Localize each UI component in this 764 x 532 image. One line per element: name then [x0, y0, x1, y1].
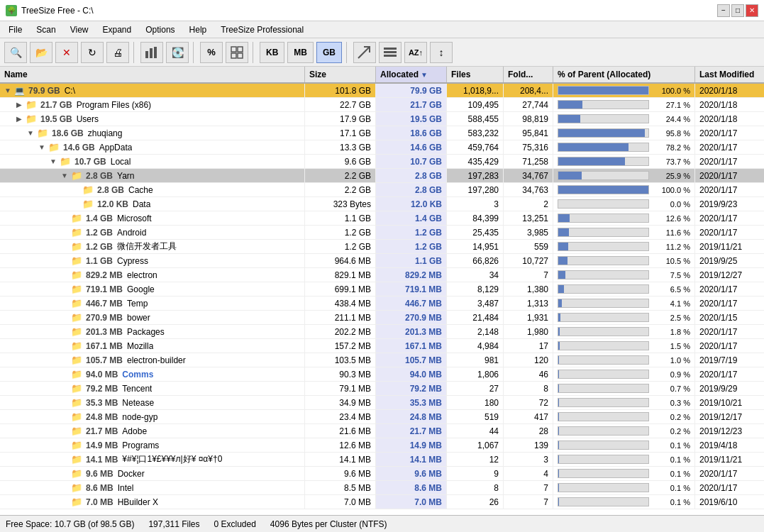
expand-collapse-button[interactable] [60, 341, 70, 351]
menu-view[interactable]: View [65, 23, 94, 36]
expand-collapse-button[interactable] [60, 214, 70, 223]
percent-cell: 12.6 % [553, 211, 695, 225]
table-row[interactable]: 📁9.6 MBDocker9.6 MB9.6 MB940.1 %2020/1/1… [0, 467, 764, 481]
file-tree[interactable]: ▼💻79.9 GBC:\101.8 GB79.9 GB1,018,9...208… [0, 84, 764, 515]
expand-collapse-button[interactable] [60, 355, 70, 365]
table-row[interactable]: 📁719.1 MBGoogle699.1 MB719.1 MB8,1291,38… [0, 282, 764, 297]
files-cell: 26 [447, 495, 504, 509]
table-row[interactable]: 📁79.2 MBTencent79.1 MB79.2 MB2780.7 %201… [0, 382, 764, 396]
expand-collapse-button[interactable] [60, 284, 70, 294]
expand-collapse-button[interactable]: ▶ [14, 100, 24, 110]
table-row[interactable]: ▼📁2.8 GBYarn2.2 GB2.8 GB197,28334,76725.… [0, 169, 764, 183]
col-files[interactable]: Files [447, 67, 504, 82]
refresh-button[interactable]: ↻ [81, 42, 104, 63]
grid-button[interactable] [226, 42, 248, 63]
table-row[interactable]: 📁1.4 GBMicrosoft1.1 GB1.4 GB84,39913,251… [0, 211, 764, 226]
table-row[interactable]: ▼📁18.6 GBzhuqiang17.1 GB18.6 GB583,23295… [0, 126, 764, 140]
gb-button[interactable]: GB [316, 42, 342, 63]
expand-collapse-button[interactable] [60, 256, 70, 266]
expand-collapse-button[interactable]: ▼ [37, 143, 47, 153]
close-button[interactable]: ✕ [746, 4, 758, 17]
menu-help[interactable]: Help [184, 23, 213, 36]
name-cell: 📁829.2 MBelectron [0, 268, 305, 282]
expand-collapse-button[interactable] [60, 426, 70, 436]
table-row[interactable]: 📁35.3 MBNetease34.9 MB35.3 MB180720.3 %2… [0, 396, 764, 410]
expand-collapse-button[interactable] [60, 398, 70, 408]
grid2-button[interactable] [379, 42, 402, 63]
expand-collapse-button[interactable]: ▼ [48, 157, 58, 167]
expand-collapse-button[interactable] [60, 270, 70, 280]
table-row[interactable]: 📁2.8 GBCache2.2 GB2.8 GB197,28034,763100… [0, 183, 764, 197]
table-row[interactable]: 📁24.8 MBnode-gyp23.4 MB24.8 MB5194170.2 … [0, 410, 764, 424]
expand-collapse-button[interactable] [60, 483, 70, 493]
expand-collapse-button[interactable] [60, 228, 70, 238]
expand-collapse-button[interactable] [71, 199, 81, 209]
col-percent[interactable]: % of Parent (Allocated) [553, 67, 695, 82]
table-row[interactable]: 📁167.1 MBMozilla157.2 MB167.1 MB4,984171… [0, 339, 764, 353]
table-row[interactable]: 📁1.1 GBCypress964.6 MB1.1 GB66,82610,727… [0, 254, 764, 268]
col-allocated[interactable]: Allocated ▼ [376, 67, 447, 82]
table-row[interactable]: 📁105.7 MBelectron-builder103.5 MB105.7 M… [0, 353, 764, 367]
table-row[interactable]: 📁14.9 MBPrograms12.6 MB14.9 MB1,0671390.… [0, 438, 764, 453]
table-row[interactable]: ▼📁14.6 GBAppData13.3 GB14.6 GB459,76475,… [0, 140, 764, 155]
expand-collapse-button[interactable] [60, 497, 70, 507]
bar-view-button[interactable] [140, 42, 163, 63]
percent-button[interactable]: % [200, 42, 223, 63]
kb-button[interactable]: KB [260, 42, 284, 63]
scan-button[interactable]: 🔍 [4, 42, 27, 63]
mb-button[interactable]: MB [287, 42, 314, 63]
menu-file[interactable]: File [3, 23, 28, 36]
expand-collapse-button[interactable]: ▼ [3, 86, 13, 96]
expand-collapse-button[interactable] [60, 370, 70, 379]
table-row[interactable]: 📁1.2 GB微信开发者工具1.2 GB1.2 GB14,95155911.2 … [0, 240, 764, 254]
expand-collapse-button[interactable] [60, 384, 70, 394]
table-row[interactable]: 📁446.7 MBTemp438.4 MB446.7 MB3,4871,3134… [0, 297, 764, 311]
table-row[interactable]: 📁270.9 MBbower211.1 MB270.9 MB21,4841,93… [0, 311, 764, 325]
col-folders[interactable]: Fold... [504, 67, 553, 82]
table-row[interactable]: 📁1.2 GBAndroid1.2 GB1.2 GB25,4353,98511.… [0, 226, 764, 240]
minimize-button[interactable]: − [717, 4, 730, 17]
drive-scan-button[interactable]: 💽 [166, 42, 189, 63]
expand-collapse-button[interactable] [60, 242, 70, 252]
table-row[interactable]: 📁201.3 MBPackages202.2 MB201.3 MB2,1481,… [0, 325, 764, 339]
expand-collapse-button[interactable] [60, 327, 70, 337]
expand-collapse-button[interactable] [71, 185, 81, 195]
table-row[interactable]: ▼💻79.9 GBC:\101.8 GB79.9 GB1,018,9...208… [0, 84, 764, 98]
stop-button[interactable]: ✕ [55, 42, 78, 63]
menu-professional[interactable]: TreeSize Professional [215, 23, 309, 36]
table-row[interactable]: 📁14.1 MB¥#¥¦口1¥£¥¥¥л|好¥ ¤α¥†014.1 MB14.1… [0, 453, 764, 467]
window-controls[interactable]: − □ ✕ [717, 4, 758, 17]
open-button[interactable]: 📂 [30, 42, 52, 63]
table-row[interactable]: 📁8.6 MBIntel8.5 MB8.6 MB870.1 %2020/1/17 [0, 481, 764, 495]
expand-collapse-button[interactable]: ▼ [26, 128, 35, 138]
maximize-button[interactable]: □ [731, 4, 744, 17]
col-size[interactable]: Size [305, 67, 376, 82]
expand-collapse-button[interactable]: ▼ [60, 171, 70, 181]
expand-collapse-button[interactable] [60, 469, 70, 479]
menu-scan[interactable]: Scan [31, 23, 61, 36]
print-button[interactable]: 🖨 [106, 42, 129, 63]
table-row[interactable]: 📁21.7 MBAdobe21.6 MB21.7 MB44280.2 %2019… [0, 424, 764, 438]
expand-collapse-button[interactable] [60, 313, 70, 323]
sort-toggle-button[interactable]: ↕ [430, 42, 453, 63]
menu-expand[interactable]: Expand [97, 23, 138, 36]
menu-options[interactable]: Options [140, 23, 180, 36]
expand-collapse-button[interactable] [60, 299, 70, 309]
sort-az-button[interactable]: AZ↑ [404, 42, 427, 63]
expand-collapse-button[interactable] [60, 455, 70, 465]
table-row[interactable]: 📁12.0 KBData323 Bytes12.0 KB320.0 %2019/… [0, 197, 764, 211]
expand-button[interactable] [353, 42, 376, 63]
expand-collapse-button[interactable] [60, 440, 70, 450]
table-row[interactable]: 📁829.2 MBelectron829.1 MB829.2 MB3477.5 … [0, 268, 764, 282]
col-name[interactable]: Name [0, 67, 305, 82]
table-row[interactable]: 📁7.0 MBHBuilder X7.0 MB7.0 MB2670.1 %201… [0, 495, 764, 509]
expand-collapse-button[interactable]: ▶ [14, 114, 24, 124]
col-last-modified[interactable]: Last Modified [695, 67, 764, 82]
svg-rect-9 [384, 51, 397, 53]
table-row[interactable]: ▶📁19.5 GBUsers17.9 GB19.5 GB588,45598,81… [0, 112, 764, 126]
table-row[interactable]: ▼📁10.7 GBLocal9.6 GB10.7 GB435,42971,258… [0, 155, 764, 169]
table-row[interactable]: 📁94.0 MBComms90.3 MB94.0 MB1,806460.9 %2… [0, 367, 764, 382]
expand-collapse-button[interactable] [60, 412, 70, 422]
table-row[interactable]: ▶📁21.7 GBProgram Files (x86)22.7 GB21.7 … [0, 98, 764, 112]
folders-cell: 208,4... [504, 84, 553, 97]
